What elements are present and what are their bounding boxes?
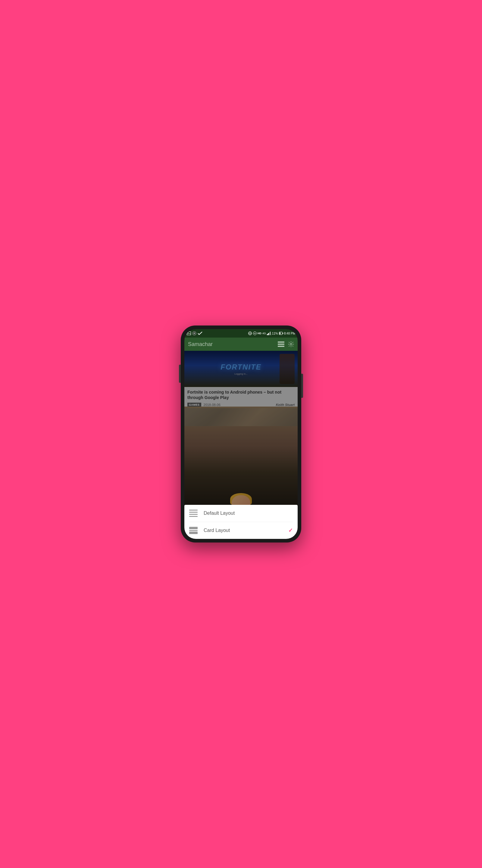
svg-rect-18: [283, 333, 283, 334]
svg-rect-17: [279, 333, 280, 335]
card-layout-checkmark: ✓: [288, 527, 293, 534]
status-bar: HD 4G 11% 8:: [184, 329, 298, 338]
svg-line-15: [270, 332, 271, 335]
default-layout-label: Default Layout: [204, 510, 293, 516]
menu-item-card-layout[interactable]: Card Layout ✓: [184, 522, 298, 539]
svg-rect-23: [278, 344, 284, 345]
svg-rect-13: [268, 333, 269, 335]
status-time: 8:48 PM: [284, 332, 295, 335]
app-bar-actions: [278, 341, 294, 347]
svg-rect-14: [269, 332, 270, 335]
card-layout-label: Card Layout: [204, 528, 288, 533]
content-area: FORTNITE Logging in... Fortnite is comin…: [184, 351, 298, 539]
layout-menu-button[interactable]: [278, 341, 284, 347]
status-right-icons: HD 4G 11% 8:: [248, 331, 295, 336]
menu-item-default-layout[interactable]: Default Layout: [184, 505, 298, 522]
svg-rect-24: [278, 346, 284, 347]
layout-menu-sheet: Default Layout Card Layout ✓: [184, 505, 298, 539]
card-layout-icon: [189, 527, 198, 534]
status-left-icons: [187, 331, 202, 336]
network-badge: 4G: [262, 332, 266, 335]
svg-rect-22: [278, 341, 284, 343]
battery-percent: 11%: [272, 332, 278, 335]
default-layout-icon: [189, 510, 198, 517]
svg-point-5: [250, 333, 251, 334]
svg-rect-12: [267, 334, 268, 335]
app-bar: Samachar: [184, 338, 298, 351]
svg-point-3: [193, 333, 195, 334]
app-title: Samachar: [188, 341, 278, 347]
svg-point-25: [290, 343, 292, 345]
settings-button[interactable]: [288, 341, 294, 347]
phone-device: HD 4G 11% 8:: [181, 326, 301, 542]
phone-screen: HD 4G 11% 8:: [184, 329, 298, 539]
hd-badge: HD: [258, 332, 261, 335]
